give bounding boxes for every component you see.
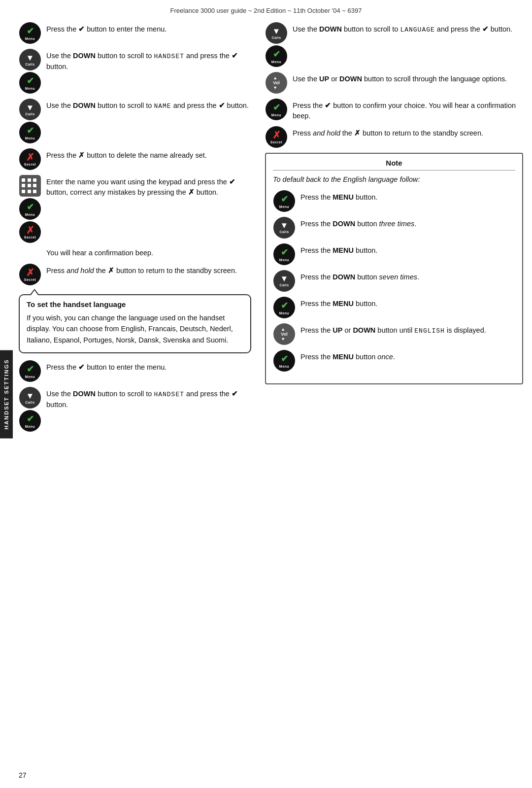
note-step-5: ✔ Menu Press the MENU button.: [273, 297, 515, 318]
step-1-text: Press the ✔ button to enter the menu.: [46, 22, 166, 34]
rstep-3-icons: ✔ Menu: [265, 99, 288, 120]
menu-check-icon-5: ✔ Menu: [19, 198, 41, 220]
menu-check-icon-a: ✔ Menu: [19, 360, 41, 382]
vol-icon-r2: ▲Vol▼: [266, 72, 287, 94]
note-step-3-text: Press the MENU button.: [300, 243, 377, 256]
down-icon-b: ▼ Calls: [19, 387, 41, 409]
note-step-6-icons: ▲Vol▼: [273, 323, 296, 345]
callout-title: To set the handset language: [27, 300, 243, 308]
note-step-1-icons: ✔ Menu: [273, 190, 296, 212]
standalone-text-1: You will hear a confirmation beep.: [46, 248, 251, 259]
main-content: ✔ Menu Press the ✔ button to enter the m…: [19, 17, 523, 437]
rstep-1-text: Use the DOWN button to scroll to LANGUAG…: [293, 22, 512, 35]
rstep-3-row: ✔ Menu Press the ✔ button to confirm you…: [265, 99, 523, 121]
note-step-6: ▲Vol▼ Press the UP or DOWN button until …: [273, 323, 515, 345]
rstep-4-text: Press and hold the ✗ button to return to…: [293, 126, 483, 138]
step-4-row: ✗ Secret Press the ✗ button to delete th…: [19, 148, 251, 170]
menu-check-note-1: ✔ Menu: [273, 190, 295, 212]
step-b-text: Use the DOWN button to scroll to HANDSET…: [46, 387, 251, 410]
note-step-4-icons: ▼ Calls: [273, 270, 296, 292]
down-icon-r1: ▼ Calls: [266, 22, 287, 44]
step-5-icons: ✔ Menu ✗ Secret: [19, 175, 41, 243]
vol-note-6: ▲Vol▼: [273, 323, 295, 345]
note-intro: To default back to the English language …: [273, 174, 515, 185]
header-text: Freelance 3000 user guide ~ 2nd Edition …: [170, 7, 362, 14]
menu-check-icon-b: ✔ Menu: [19, 410, 41, 432]
rstep-2-row: ▲Vol▼ Use the UP or DOWN button to scrol…: [265, 72, 523, 94]
sidebar-tab: HANDSET SETTINGS: [0, 350, 13, 438]
down-note-2: ▼ Calls: [273, 217, 295, 239]
rstep-2-icons: ▲Vol▼: [265, 72, 288, 94]
keypad-icon: [19, 175, 41, 197]
right-column: ▼ Calls ✔ Menu Use the DOWN button to sc…: [260, 22, 523, 437]
note-step-6-text: Press the UP or DOWN button until ENGLIS…: [300, 323, 486, 336]
step-6-icons: ✗ Secret: [19, 264, 41, 285]
step-6-row: ✗ Secret Press and hold the ✗ button to …: [19, 264, 251, 285]
note-step-7-icons: ✔ Menu: [273, 350, 296, 372]
x-icon-r4: ✗ Secret: [266, 126, 287, 148]
step-4-icons: ✗ Secret: [19, 148, 41, 170]
note-step-4-text: Press the DOWN button seven times.: [300, 270, 419, 282]
note-step-3-icons: ✔ Menu: [273, 243, 296, 265]
note-step-1: ✔ Menu Press the MENU button.: [273, 190, 515, 212]
note-title: Note: [273, 159, 515, 171]
step-a-text: Press the ✔ button to enter the menu.: [46, 360, 166, 373]
step-1-row: ✔ Menu Press the ✔ button to enter the m…: [19, 22, 251, 44]
step-2-row: ▼ Calls ✔ Menu Use the DOWN button to sc…: [19, 49, 251, 94]
note-step-2-text: Press the DOWN button three times.: [300, 217, 416, 229]
step-b-row: ▼ Calls ✔ Menu Use the DOWN button to sc…: [19, 387, 251, 432]
menu-check-icon-2: ✔ Menu: [19, 72, 41, 94]
x-icon-6: ✗ Secret: [19, 264, 41, 285]
rstep-3-text: Press the ✔ button to confirm your choic…: [293, 99, 523, 121]
note-step-7-text: Press the MENU button once.: [300, 350, 395, 362]
down-icon-3: ▼ Calls: [19, 99, 41, 120]
step-4-text: Press the ✗ button to delete the name al…: [46, 148, 207, 161]
callout-body: If you wish, you can change the language…: [27, 312, 243, 345]
step-5-row: ✔ Menu ✗ Secret Enter the name you want …: [19, 175, 251, 243]
rstep-1-icons: ▼ Calls ✔ Menu: [265, 22, 288, 67]
x-icon: ✗ Secret: [19, 148, 41, 170]
page-number: 27: [19, 771, 27, 779]
rstep-4-icons: ✗ Secret: [265, 126, 288, 148]
callout-box: To set the handset language If you wish,…: [19, 294, 251, 353]
step-3-row: ▼ Calls ✔ Menu Use the DOWN button to sc…: [19, 99, 251, 143]
step-a-row: ✔ Menu Press the ✔ button to enter the m…: [19, 360, 251, 382]
menu-check-note-3: ✔ Menu: [273, 243, 295, 265]
note-step-7: ✔ Menu Press the MENU button once.: [273, 350, 515, 372]
note-step-1-text: Press the MENU button.: [300, 190, 377, 203]
step-1-icons: ✔ Menu: [19, 22, 41, 44]
rstep-4-row: ✗ Secret Press and hold the ✗ button to …: [265, 126, 523, 148]
step-a-icons: ✔ Menu: [19, 360, 41, 382]
rstep-1-row: ▼ Calls ✔ Menu Use the DOWN button to sc…: [265, 22, 523, 67]
note-box: Note To default back to the English lang…: [265, 153, 523, 384]
step-3-text: Use the DOWN button to scroll to NAME an…: [46, 99, 249, 111]
step-2-text: Use the DOWN button to scroll to HANDSET…: [46, 49, 251, 72]
x-icon-5: ✗ Secret: [19, 221, 41, 243]
note-step-2-icons: ▼ Calls: [273, 217, 296, 239]
menu-check-icon-r1: ✔ Menu: [266, 45, 287, 67]
down-icon: ▼ Calls: [19, 49, 41, 70]
menu-check-icon-r3: ✔ Menu: [266, 99, 287, 120]
menu-check-note-7: ✔ Menu: [273, 350, 295, 372]
note-step-5-icons: ✔ Menu: [273, 297, 296, 318]
rstep-2-text: Use the UP or DOWN button to scroll thro…: [293, 72, 507, 84]
note-step-4: ▼ Calls Press the DOWN button seven time…: [273, 270, 515, 292]
step-5-text: Enter the name you want using the keypad…: [46, 175, 251, 198]
note-step-5-text: Press the MENU button.: [300, 297, 377, 309]
note-step-3: ✔ Menu Press the MENU button.: [273, 243, 515, 265]
left-column: ✔ Menu Press the ✔ button to enter the m…: [19, 22, 260, 437]
menu-check-icon: ✔ Menu: [19, 22, 41, 44]
step-2-icons: ▼ Calls ✔ Menu: [19, 49, 41, 94]
step-b-icons: ▼ Calls ✔ Menu: [19, 387, 41, 432]
sidebar-label: HANDSET SETTINGS: [3, 359, 9, 429]
step-6-text: Press and hold the ✗ button to return to…: [46, 264, 237, 276]
step-3-icons: ▼ Calls ✔ Menu: [19, 99, 41, 143]
menu-check-note-5: ✔ Menu: [273, 297, 295, 318]
down-note-4: ▼ Calls: [273, 270, 295, 292]
page-header: Freelance 3000 user guide ~ 2nd Edition …: [0, 0, 532, 17]
note-step-2: ▼ Calls Press the DOWN button three time…: [273, 217, 515, 239]
menu-check-icon-3: ✔ Menu: [19, 122, 41, 143]
